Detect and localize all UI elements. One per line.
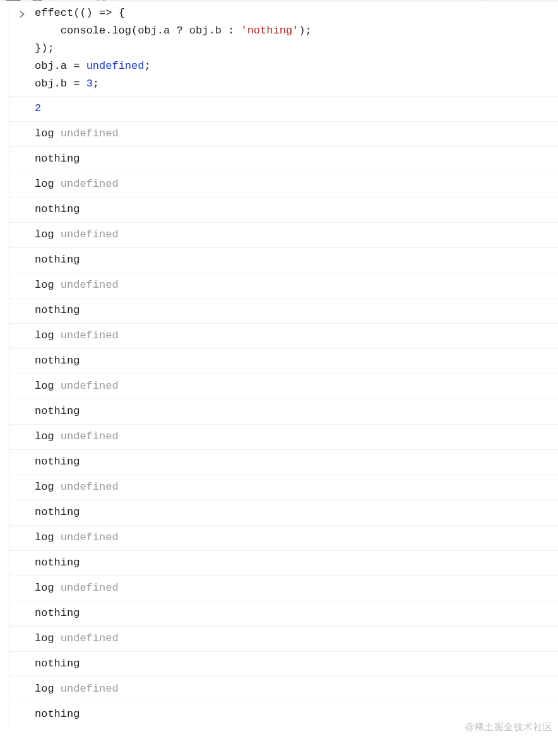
log-prefix: log <box>35 582 61 594</box>
log-levels-dropdown[interactable]: Default lev <box>492 0 553 1</box>
log-prefix: log <box>35 329 61 341</box>
log-value: nothing <box>35 304 80 316</box>
console-log-row: nothing <box>9 551 558 576</box>
console-log-message: log undefined <box>35 327 558 345</box>
log-value: nothing <box>35 557 80 569</box>
console-log-row: nothing <box>9 702 558 728</box>
log-value: undefined <box>61 582 119 594</box>
code-token <box>80 60 86 72</box>
log-value: nothing <box>35 405 80 417</box>
log-prefix: log <box>35 683 61 695</box>
log-value: undefined <box>61 329 119 341</box>
console-log-row: log undefined <box>9 627 558 652</box>
log-gutter <box>9 377 35 380</box>
console-log-row: log undefined <box>9 576 558 601</box>
log-value: undefined <box>61 531 119 543</box>
log-value: undefined <box>61 683 119 695</box>
console-log-row: log undefined <box>9 273 558 298</box>
console-log-row: nothing <box>9 601 558 627</box>
log-value: nothing <box>35 456 80 468</box>
console-log-message: nothing <box>35 302 558 319</box>
console-log-row: log undefined <box>9 475 558 500</box>
log-gutter <box>9 150 35 153</box>
console-log-message: nothing <box>35 504 558 521</box>
console-result-value: 2 <box>35 100 558 117</box>
log-gutter <box>9 605 35 607</box>
log-value: undefined <box>61 279 119 291</box>
log-gutter <box>9 175 35 178</box>
log-gutter <box>9 327 35 329</box>
console-log-message: nothing <box>35 150 558 168</box>
console-log-message: nothing <box>35 554 558 572</box>
console-log-row: nothing <box>9 147 558 172</box>
console-log-row: log undefined <box>9 324 558 349</box>
log-value: nothing <box>35 153 80 165</box>
log-value: undefined <box>61 481 119 493</box>
console-log-row: log undefined <box>9 223 558 248</box>
log-value: nothing <box>35 506 80 518</box>
log-gutter <box>9 529 35 531</box>
console-log-row: log undefined <box>9 122 558 147</box>
console-log-row: nothing <box>9 652 558 677</box>
context-selector[interactable]: top <box>61 0 86 1</box>
log-prefix: log <box>35 430 61 442</box>
code-token: }); <box>35 42 54 54</box>
log-gutter <box>9 226 35 228</box>
console-log-message: log undefined <box>35 377 558 395</box>
console-log-message: log undefined <box>35 125 558 143</box>
log-value: nothing <box>35 355 80 367</box>
console-log-message: nothing <box>35 706 558 723</box>
log-value: undefined <box>61 228 119 240</box>
code-token: console.log(obj.a <box>35 25 176 37</box>
console-input-code[interactable]: effect(() => { console.log(obj.a ? obj.b… <box>35 4 558 93</box>
log-value: undefined <box>61 127 119 139</box>
log-gutter <box>9 706 35 708</box>
code-token: => <box>99 7 112 19</box>
code-token <box>234 25 240 37</box>
result-gutter <box>9 100 35 102</box>
log-gutter <box>9 453 35 456</box>
log-prefix: log <box>35 632 61 644</box>
log-value: undefined <box>61 178 119 190</box>
log-prefix: log <box>35 228 61 240</box>
log-gutter <box>9 251 35 254</box>
console-log-row: log undefined <box>9 677 558 702</box>
code-token: (() <box>73 7 99 19</box>
log-gutter <box>9 428 35 430</box>
log-gutter <box>9 125 35 127</box>
log-prefix: log <box>35 127 61 139</box>
console-log-message: log undefined <box>35 428 558 446</box>
console-log-message: log undefined <box>35 579 558 597</box>
code-token-keyword: undefined <box>86 60 145 72</box>
console-result-row: 2 <box>9 97 558 122</box>
console-log-message: log undefined <box>35 630 558 647</box>
console-log-row: nothing <box>9 198 558 223</box>
console-log-row: nothing <box>9 298 558 324</box>
log-prefix: log <box>35 380 61 392</box>
log-gutter <box>9 403 35 405</box>
console-log-message: log undefined <box>35 175 558 193</box>
console-log-row: nothing <box>9 399 558 425</box>
result-number: 2 <box>35 102 41 114</box>
log-value: nothing <box>35 658 80 670</box>
console-log-row: nothing <box>9 349 558 374</box>
console-log-row: log undefined <box>9 374 558 399</box>
log-gutter <box>9 302 35 304</box>
code-token-string: 'nothing' <box>240 25 299 37</box>
code-token: ; <box>144 60 150 72</box>
console-input-row[interactable]: effect(() => { console.log(obj.a ? obj.b… <box>9 1 558 97</box>
log-gutter <box>9 579 35 582</box>
console-log-row: nothing <box>9 450 558 475</box>
log-gutter <box>9 554 35 557</box>
code-token: = <box>73 78 80 90</box>
console-log-message: nothing <box>35 352 558 370</box>
log-value: nothing <box>35 203 80 215</box>
console-log-row: log undefined <box>9 425 558 450</box>
log-prefix: log <box>35 178 61 190</box>
console-log-row: log undefined <box>9 526 558 551</box>
code-token <box>80 78 86 90</box>
code-token: ); <box>299 25 311 37</box>
input-chevron-icon <box>9 4 35 18</box>
console-log-message: nothing <box>35 453 558 471</box>
code-token: ? <box>176 25 182 37</box>
